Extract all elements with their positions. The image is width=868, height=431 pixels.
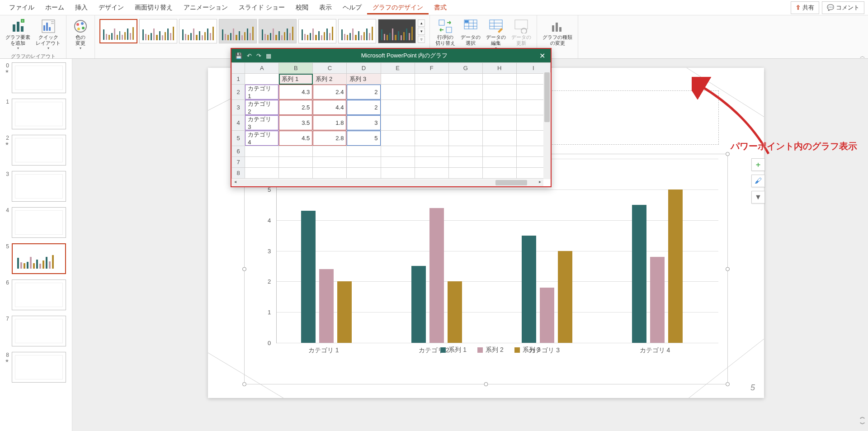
col-header-C[interactable]: C xyxy=(313,63,347,74)
cell-C5[interactable]: 2.8 xyxy=(313,131,347,146)
chart-styles-side-button[interactable]: 🖌 xyxy=(751,175,765,187)
chart-data-titlebar[interactable]: 💾 ↶ ↷ ▦ Microsoft PowerPoint 内のグラフ ✕ xyxy=(231,49,551,62)
cell-E7[interactable] xyxy=(381,157,415,168)
slide-thumb-image[interactable] xyxy=(12,62,66,93)
resize-handle[interactable] xyxy=(726,382,730,386)
gallery-more-button[interactable]: ▿ xyxy=(418,36,425,43)
cell-D8[interactable] xyxy=(347,168,381,179)
slide-thumb-image[interactable] xyxy=(12,352,66,383)
cell-A1[interactable] xyxy=(245,74,279,85)
cell-C1[interactable]: 系列 2 xyxy=(313,74,347,85)
cell-D3[interactable]: 2 xyxy=(347,100,381,115)
chart-elements-side-button[interactable]: ＋ xyxy=(751,158,765,171)
cell-H1[interactable] xyxy=(482,74,516,85)
cell-B5[interactable]: 4.5 xyxy=(279,131,313,146)
cell-H3[interactable] xyxy=(482,100,516,115)
chart-style-6[interactable] xyxy=(298,19,336,43)
close-button[interactable]: ✕ xyxy=(538,52,547,60)
cell-H6[interactable] xyxy=(482,146,516,157)
tab-transitions[interactable]: 画面切り替え xyxy=(129,1,178,14)
cell-G2[interactable] xyxy=(448,85,482,100)
cell-F1[interactable] xyxy=(415,74,448,85)
slide-thumb-image[interactable] xyxy=(12,99,66,129)
cell-H5[interactable] xyxy=(482,131,516,146)
chart-filters-side-button[interactable]: ▼ xyxy=(751,191,765,204)
cell-A5[interactable]: カテゴリ 4 xyxy=(245,131,279,146)
row-header-7[interactable]: 7 xyxy=(232,157,245,168)
chart-style-1[interactable] xyxy=(99,19,137,43)
scroll-right-button[interactable]: ▸ xyxy=(536,179,543,186)
col-header-G[interactable]: G xyxy=(448,63,482,74)
cell-E4[interactable] xyxy=(381,115,415,131)
cell-G1[interactable] xyxy=(448,74,482,85)
chart-style-4[interactable] xyxy=(219,19,257,43)
slide-thumb-image[interactable] xyxy=(12,316,66,346)
cell-D1[interactable]: 系列 3 xyxy=(347,74,381,85)
tab-insert[interactable]: 挿入 xyxy=(70,1,93,14)
slide-thumbnail-2[interactable]: 2★ xyxy=(3,135,69,166)
row-header-6[interactable]: 6 xyxy=(232,146,245,157)
cell-H8[interactable] xyxy=(482,168,516,179)
switch-rowcol-button[interactable]: 行/列の切り替え xyxy=(433,17,458,48)
chart-style-8[interactable] xyxy=(378,19,416,43)
tab-help[interactable]: ヘルプ xyxy=(337,1,367,14)
cell-F3[interactable] xyxy=(415,100,448,115)
data-sheet[interactable]: ABCDEFGHI1系列 1系列 2系列 32カテゴリ 14.32.423カテゴ… xyxy=(231,62,551,186)
cell-D2[interactable]: 2 xyxy=(347,85,381,100)
row-header-8[interactable]: 8 xyxy=(232,168,245,179)
cell-F7[interactable] xyxy=(415,157,448,168)
table-grid-icon[interactable]: ▦ xyxy=(266,52,271,59)
row-header-2[interactable]: 2 xyxy=(232,85,245,100)
slide-thumb-image[interactable] xyxy=(12,207,66,238)
slide-thumbnail-1[interactable]: 1 xyxy=(3,99,69,129)
slide-panel[interactable]: 0★12★345678★ xyxy=(0,59,72,431)
cell-H4[interactable] xyxy=(482,115,516,131)
cell-C7[interactable] xyxy=(313,157,347,168)
cell-H2[interactable] xyxy=(482,85,516,100)
tab-format[interactable]: 書式 xyxy=(429,1,452,14)
slide-thumb-image[interactable] xyxy=(12,171,66,202)
slide-thumbnail-5[interactable]: 5 xyxy=(3,243,69,274)
cell-E1[interactable] xyxy=(381,74,415,85)
chart-style-5[interactable] xyxy=(259,19,297,43)
cell-D4[interactable]: 3 xyxy=(347,115,381,131)
resize-handle[interactable] xyxy=(726,267,730,271)
cell-B4[interactable]: 3.5 xyxy=(279,115,313,131)
slide-thumbnail-4[interactable]: 4 xyxy=(3,207,69,238)
cell-F2[interactable] xyxy=(415,85,448,100)
cell-C2[interactable]: 2.4 xyxy=(313,85,347,100)
slide-thumb-image[interactable] xyxy=(12,279,66,310)
cell-D5[interactable]: 5 xyxy=(347,131,381,146)
cell-E5[interactable] xyxy=(381,131,415,146)
slide-thumbnail-0[interactable]: 0★ xyxy=(3,62,69,93)
cell-F5[interactable] xyxy=(415,131,448,146)
gallery-up-button[interactable]: ▴ xyxy=(418,19,425,27)
col-header-D[interactable]: D xyxy=(347,63,381,74)
row-header-3[interactable]: 3 xyxy=(232,100,245,115)
tab-design[interactable]: デザイン xyxy=(93,1,129,14)
col-header-I[interactable]: I xyxy=(516,63,550,74)
chart-object[interactable]: 0123456カテゴリ 1カテゴリ 2カテゴリ 3カテゴリ 4 系列 1系列 2… xyxy=(244,154,728,384)
cell-E6[interactable] xyxy=(381,146,415,157)
cell-C4[interactable]: 1.8 xyxy=(313,115,347,131)
slide-thumbnail-3[interactable]: 3 xyxy=(3,171,69,202)
cell-G3[interactable] xyxy=(448,100,482,115)
col-header-F[interactable]: F xyxy=(415,63,448,74)
cell-B1[interactable]: 系列 1 xyxy=(279,74,313,85)
canvas-collapse-button[interactable]: ︽︾ xyxy=(860,413,865,428)
comment-button[interactable]: 💬コメント xyxy=(822,1,864,14)
cell-A6[interactable] xyxy=(245,146,279,157)
cell-A3[interactable]: カテゴリ 2 xyxy=(245,100,279,115)
chart-style-7[interactable] xyxy=(338,19,376,43)
cell-G8[interactable] xyxy=(448,168,482,179)
col-header-E[interactable]: E xyxy=(381,63,415,74)
sheet-vertical-scrollbar[interactable] xyxy=(543,72,551,179)
cell-C8[interactable] xyxy=(313,168,347,179)
cell-B7[interactable] xyxy=(279,157,313,168)
scroll-thumb[interactable] xyxy=(495,180,527,185)
slide-thumbnail-8[interactable]: 8★ xyxy=(3,352,69,383)
col-header-A[interactable]: A xyxy=(245,63,279,74)
cell-E2[interactable] xyxy=(381,85,415,100)
chart-style-2[interactable] xyxy=(139,19,177,43)
share-button[interactable]: ⇪共有 xyxy=(791,1,819,14)
